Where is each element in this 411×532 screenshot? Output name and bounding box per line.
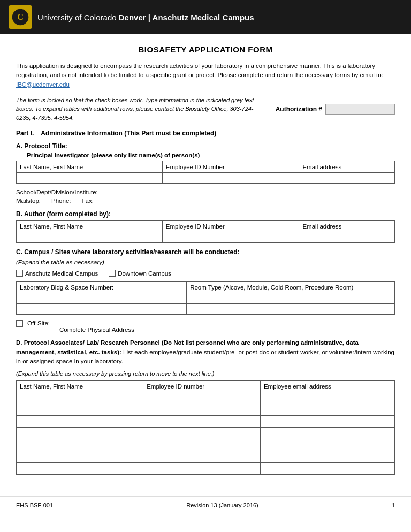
offsite-sub: Complete Physical Address: [27, 326, 134, 333]
lab-space-cell-2[interactable]: [17, 304, 187, 315]
page-header: C University of Colorado Denver | Anschu…: [0, 0, 411, 34]
section-c-heading: C. Campus / Sites where laboratory activ…: [16, 248, 395, 256]
table-row: [17, 404, 395, 416]
anschutz-label: Anschutz Medical Campus: [25, 270, 98, 277]
personnel-cell[interactable]: [260, 392, 394, 404]
school-label: School/Dept/Division/Institute:: [16, 189, 98, 195]
phone-label: Phone:: [51, 197, 71, 204]
personnel-col-3: Employee email address: [260, 381, 394, 392]
author-empid-cell[interactable]: [162, 232, 299, 243]
personnel-table: Last Name, First Name Employee ID number…: [16, 380, 395, 475]
school-item: School/Dept/Division/Institute:: [16, 189, 98, 195]
university-name: University of Colorado Denver | Anschutz…: [37, 13, 254, 22]
lab-space-cell-1[interactable]: [17, 293, 187, 304]
room-type-cell-1[interactable]: [187, 293, 395, 304]
footer-center: Revision 13 (January 2016): [186, 502, 258, 508]
section-b-heading: B. Author (form completed by):: [16, 210, 395, 218]
campus-table-container: Laboratory Bldg & Space Number: Room Typ…: [16, 281, 395, 315]
personnel-cell[interactable]: [260, 439, 394, 451]
pi-col-3: Email address: [299, 161, 395, 173]
personnel-cell[interactable]: [260, 428, 394, 439]
table-row: [17, 392, 395, 404]
notice-text: The form is locked so that the check box…: [16, 96, 267, 123]
pi-email-cell[interactable]: [299, 173, 395, 184]
fax-label: Fax:: [81, 197, 93, 204]
form-title: BIOSAFETY APPLICATION FORM: [16, 45, 395, 54]
table-row: [17, 293, 395, 304]
personnel-cell[interactable]: [17, 439, 143, 451]
part1-heading: Part I. Administrative Information (This…: [16, 130, 395, 137]
campus-col-2: Room Type (Alcove, Module, Cold Room, Pr…: [187, 282, 395, 293]
auth-label: Authorization #: [276, 105, 322, 113]
anschutz-checkbox-item[interactable]: Anschutz Medical Campus: [16, 270, 98, 277]
pi-name-cell[interactable]: [17, 173, 163, 184]
room-type-cell-2[interactable]: [187, 304, 395, 315]
author-email-cell[interactable]: [299, 232, 395, 243]
personnel-col-1: Last Name, First Name: [17, 381, 143, 392]
personnel-cell[interactable]: [260, 404, 394, 416]
personnel-cell[interactable]: [17, 392, 143, 404]
personnel-cell[interactable]: [143, 451, 261, 463]
table-row: [17, 232, 395, 243]
personnel-cell[interactable]: [17, 451, 143, 463]
campus-table: Laboratory Bldg & Space Number: Room Typ…: [16, 281, 395, 315]
mailstop-label: Mailstop:: [16, 197, 41, 204]
personnel-cell[interactable]: [17, 463, 143, 475]
personnel-cell[interactable]: [143, 404, 261, 416]
offsite-label: Off-Site:: [27, 320, 50, 326]
author-name-cell[interactable]: [17, 232, 163, 243]
table-row: [17, 416, 395, 428]
university-logo: C: [9, 5, 32, 29]
personnel-cell[interactable]: [17, 428, 143, 439]
mailstop-item: Mailstop:: [16, 197, 41, 204]
downtown-checkbox-item[interactable]: Downtown Campus: [109, 270, 171, 277]
fax-item: Fax:: [81, 197, 93, 204]
svg-text:C: C: [17, 12, 24, 22]
personnel-cell[interactable]: [260, 451, 394, 463]
pi-col-2: Employee ID Number: [162, 161, 299, 173]
anschutz-checkbox[interactable]: [16, 270, 23, 277]
downtown-label: Downtown Campus: [118, 270, 171, 277]
email-link[interactable]: IBC@ucdenver.edu: [16, 81, 70, 88]
pi-sub-heading: Principal Investigator (please only list…: [16, 152, 395, 158]
auth-input[interactable]: [325, 104, 395, 115]
personnel-cell[interactable]: [143, 428, 261, 439]
phone-item: Phone:: [51, 197, 71, 204]
pi-col-1: Last Name, First Name: [17, 161, 163, 173]
personnel-cell[interactable]: [143, 439, 261, 451]
school-field-row: School/Dept/Division/Institute:: [16, 189, 395, 195]
section-a-heading: A. Protocol Title:: [16, 142, 395, 150]
campus-col-1: Laboratory Bldg & Space Number:: [17, 282, 187, 293]
authorization-box: Authorization #: [276, 104, 395, 115]
footer-right: 1: [392, 502, 395, 508]
section-c-sub: (Expand the table as necessary): [16, 259, 395, 265]
table-row: [17, 439, 395, 451]
pi-table: Last Name, First Name Employee ID Number…: [16, 161, 395, 184]
personnel-cell[interactable]: [143, 392, 261, 404]
table-row: [17, 463, 395, 475]
offsite-row: Off-Site: Complete Physical Address: [16, 320, 395, 333]
footer-left: EHS BSF-001: [16, 502, 53, 508]
table-row: [17, 451, 395, 463]
author-col-3: Email address: [299, 221, 395, 232]
downtown-checkbox[interactable]: [109, 270, 116, 277]
author-table: Last Name, First Name Employee ID Number…: [16, 220, 395, 243]
personnel-cell[interactable]: [260, 463, 394, 475]
section-d-paragraph: D. Protocol Associates/ Lab/ Research Pe…: [16, 338, 395, 366]
intro-paragraph: This application is designed to encompas…: [16, 62, 395, 89]
personnel-col-2: Employee ID number: [143, 381, 261, 392]
pi-empid-cell[interactable]: [162, 173, 299, 184]
section-d-sub: (Expand this table as necessary by press…: [16, 370, 395, 377]
personnel-cell[interactable]: [17, 404, 143, 416]
page-footer: EHS BSF-001 Revision 13 (January 2016) 1: [0, 496, 411, 514]
table-row: [17, 304, 395, 315]
personnel-cell[interactable]: [143, 463, 261, 475]
offsite-checkbox[interactable]: [16, 320, 23, 327]
table-row: [17, 428, 395, 439]
author-col-1: Last Name, First Name: [17, 221, 163, 232]
personnel-cell[interactable]: [260, 416, 394, 428]
personnel-cell[interactable]: [17, 416, 143, 428]
author-col-2: Employee ID Number: [162, 221, 299, 232]
personnel-cell[interactable]: [143, 416, 261, 428]
campus-checkbox-row: Anschutz Medical Campus Downtown Campus: [16, 270, 395, 277]
